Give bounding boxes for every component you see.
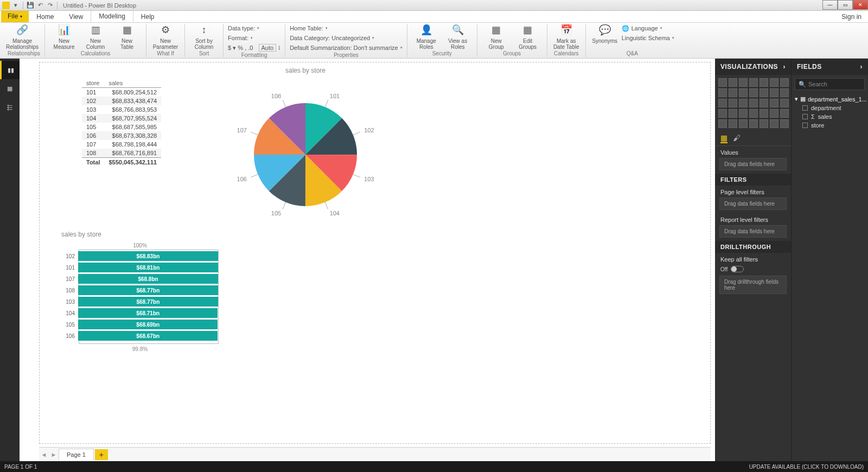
viz-type-icon[interactable] bbox=[739, 88, 748, 97]
viz-type-icon[interactable] bbox=[770, 119, 778, 128]
window-minimize-button[interactable]: — bbox=[822, 0, 838, 10]
pie-chart-visual[interactable]: sales by store 101102103104105106107108 bbox=[202, 67, 409, 225]
viz-type-icon[interactable] bbox=[780, 99, 789, 107]
viz-type-icon[interactable] bbox=[749, 119, 758, 128]
field-table-row[interactable]: ▾▦department_sales_1... bbox=[795, 94, 865, 104]
viz-type-icon[interactable] bbox=[729, 78, 737, 87]
data-view-icon[interactable]: ▦ bbox=[0, 79, 20, 98]
fields-header[interactable]: FIELDS› bbox=[792, 59, 868, 75]
redo-icon[interactable]: ↷ bbox=[45, 1, 55, 10]
field-item[interactable]: department bbox=[795, 104, 865, 112]
viz-type-icon[interactable] bbox=[770, 109, 778, 118]
format-toolbar[interactable]: $ ▾ % , .0 Auto ⁞ bbox=[228, 43, 280, 52]
language-dropdown[interactable]: 🌐 Language▾ bbox=[622, 24, 674, 33]
viz-type-icon[interactable] bbox=[718, 78, 727, 87]
page-filters-dropzone[interactable]: Drag data fields here bbox=[719, 197, 787, 210]
linguistic-schema-dropdown[interactable]: Linguistic Schema▾ bbox=[622, 34, 674, 42]
viz-type-icon[interactable] bbox=[749, 109, 758, 118]
viz-type-icon[interactable] bbox=[718, 99, 727, 107]
viz-type-icon[interactable] bbox=[729, 99, 737, 107]
viz-type-icon[interactable] bbox=[749, 78, 758, 87]
mark-as-date-table-button[interactable]: 📅Mark as Date Table bbox=[552, 24, 581, 50]
report-filters-dropzone[interactable]: Drag data fields here bbox=[719, 225, 787, 238]
new-column-button[interactable]: ▥New Column bbox=[81, 24, 110, 50]
viz-type-icon[interactable] bbox=[760, 88, 768, 97]
viz-type-icon[interactable] bbox=[760, 119, 768, 128]
save-icon[interactable]: 💾 bbox=[25, 1, 35, 10]
viz-type-icon[interactable] bbox=[780, 119, 789, 128]
page-tab[interactable]: Page 1 bbox=[59, 449, 94, 460]
viz-type-icon[interactable] bbox=[739, 109, 748, 118]
viz-type-icon[interactable] bbox=[780, 88, 789, 97]
new-table-button[interactable]: ▦New Table bbox=[112, 24, 142, 50]
viz-type-icon[interactable] bbox=[780, 78, 789, 87]
view-as-roles-button[interactable]: 🔍View as Roles bbox=[443, 24, 473, 50]
manage-roles-button[interactable]: 👤Manage Roles bbox=[412, 24, 441, 50]
viz-type-icon[interactable] bbox=[718, 88, 727, 97]
viz-type-icon[interactable] bbox=[760, 99, 768, 107]
new-group-button[interactable]: ▦New Group bbox=[482, 24, 511, 50]
viz-type-icon[interactable] bbox=[739, 119, 748, 128]
synonyms-button[interactable]: 💬Synonyms bbox=[590, 24, 620, 44]
data-category-dropdown[interactable]: Data Category: Uncategorized▾ bbox=[290, 34, 403, 42]
edit-groups-button[interactable]: ▦Edit Groups bbox=[513, 24, 542, 50]
update-available-link[interactable]: UPDATE AVAILABLE (CLICK TO DOWNLOAD) bbox=[749, 464, 864, 470]
signin-link[interactable]: Sign in bbox=[835, 11, 868, 22]
window-close-button[interactable]: ✕ bbox=[853, 0, 868, 10]
fields-tab-icon[interactable]: ▦ bbox=[720, 133, 727, 143]
field-item[interactable]: store bbox=[795, 121, 865, 130]
bar-row: 108$68.77bn bbox=[62, 285, 218, 295]
tab-modeling[interactable]: Modeling bbox=[91, 10, 133, 22]
pie-label: 105 bbox=[271, 210, 281, 216]
add-page-button[interactable]: + bbox=[95, 449, 108, 460]
viz-type-icon[interactable] bbox=[749, 99, 758, 107]
file-tab[interactable]: File▾ bbox=[1, 10, 29, 22]
format-tab-icon[interactable]: 🖌 bbox=[733, 133, 741, 143]
bar-chart-visual[interactable]: sales by store 100% 102$68.83bn101$68.81… bbox=[61, 231, 219, 352]
manage-relationships-button[interactable]: 🔗Manage Relationships bbox=[8, 24, 37, 50]
default-summarization-dropdown[interactable]: Default Summarization: Don't summarize▾ bbox=[290, 43, 403, 52]
viz-type-icon[interactable] bbox=[770, 99, 778, 107]
visualizations-header[interactable]: VISUALIZATIONS› bbox=[715, 59, 791, 75]
fields-search-input[interactable]: 🔍 Search bbox=[795, 78, 865, 90]
new-measure-button[interactable]: 📊New Measure bbox=[49, 24, 79, 50]
viz-type-icon[interactable] bbox=[729, 119, 737, 128]
pie-chart: 101102103104105106107108 bbox=[219, 84, 392, 225]
viz-type-icon[interactable] bbox=[760, 78, 768, 87]
viz-type-icon[interactable] bbox=[729, 88, 737, 97]
table-row: 103$68,766,883,953 bbox=[82, 105, 161, 114]
tab-help[interactable]: Help bbox=[133, 11, 162, 22]
window-maximize-button[interactable]: ▭ bbox=[838, 0, 853, 10]
viz-type-icon[interactable] bbox=[770, 88, 778, 97]
report-view-icon[interactable]: ▮▮ bbox=[0, 61, 20, 79]
keep-all-filters-label: Keep all filters bbox=[715, 253, 791, 264]
viz-type-icon[interactable] bbox=[749, 88, 758, 97]
viz-type-icon[interactable] bbox=[739, 99, 748, 107]
drillthrough-dropzone[interactable]: Drag drillthrough fields here bbox=[719, 276, 787, 294]
viz-type-icon[interactable] bbox=[718, 119, 727, 128]
viz-type-icon[interactable] bbox=[780, 109, 789, 118]
values-dropzone[interactable]: Drag data fields here bbox=[719, 158, 787, 170]
fields-pane: FIELDS› 🔍 Search ▾▦department_sales_1...… bbox=[791, 59, 868, 461]
datatype-dropdown[interactable]: Data type:▾ bbox=[228, 24, 280, 33]
new-parameter-button[interactable]: ⚙New Parameter bbox=[151, 24, 180, 50]
tab-home[interactable]: Home bbox=[29, 11, 61, 22]
page-next-button[interactable]: ► bbox=[49, 451, 59, 458]
undo-icon[interactable]: ↶ bbox=[35, 1, 45, 10]
viz-type-icon[interactable] bbox=[718, 109, 727, 118]
viz-type-icon[interactable] bbox=[729, 109, 737, 118]
viz-type-icon[interactable] bbox=[739, 78, 748, 87]
format-dropdown[interactable]: Format:▾ bbox=[228, 34, 280, 42]
viz-type-icon[interactable] bbox=[760, 109, 768, 118]
tab-view[interactable]: View bbox=[61, 11, 91, 22]
viz-type-icon[interactable] bbox=[770, 78, 778, 87]
sort-by-column-button[interactable]: ↕Sort by Column bbox=[189, 24, 219, 50]
field-item[interactable]: Σsales bbox=[795, 112, 865, 121]
page-prev-button[interactable]: ◄ bbox=[39, 451, 49, 458]
table-visual[interactable]: store sales 101$68,809,254,512102$68,833… bbox=[82, 79, 161, 167]
model-view-icon[interactable]: ⬱ bbox=[0, 98, 20, 116]
report-canvas[interactable]: store sales 101$68,809,254,512102$68,833… bbox=[39, 62, 711, 444]
qat-dropdown[interactable]: ▾ bbox=[11, 1, 21, 10]
home-table-dropdown[interactable]: Home Table:▾ bbox=[290, 24, 403, 33]
keep-filters-toggle[interactable] bbox=[731, 266, 744, 272]
